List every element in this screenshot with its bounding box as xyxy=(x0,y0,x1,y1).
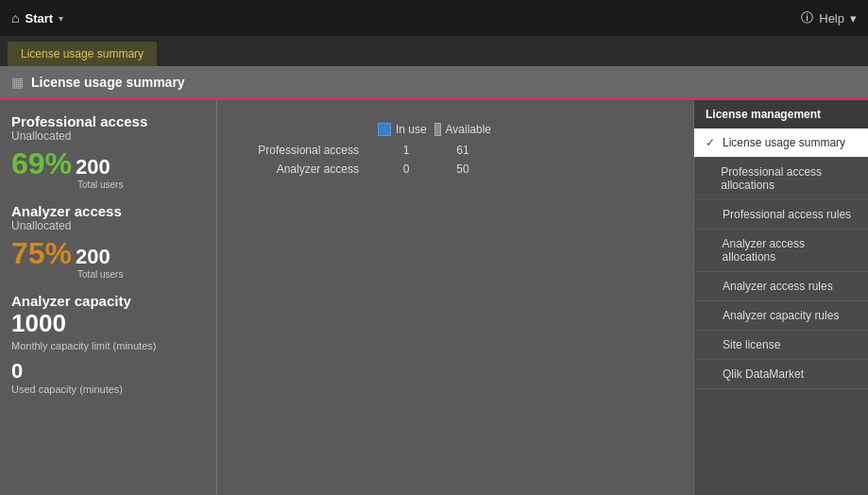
page-wrapper: ▦ License usage summary Professional acc… xyxy=(0,66,868,495)
available-col-header: Available xyxy=(434,123,491,136)
column-headers: In use Available xyxy=(378,123,674,136)
professional-row-inuse: 1 xyxy=(378,144,434,157)
license-management-sidebar: License management ✓ License usage summa… xyxy=(693,100,868,495)
analyzer-capacity-title: Analyzer capacity xyxy=(11,293,205,309)
table-row: Analyzer access 0 50 xyxy=(236,162,674,176)
professional-access-section: Professional access Unallocated 69% 200 … xyxy=(11,113,205,190)
left-panel: Professional access Unallocated 69% 200 … xyxy=(0,100,217,495)
page-header-icon: ▦ xyxy=(11,75,24,90)
analyzer-access-title: Analyzer access xyxy=(11,203,205,219)
professional-row-label: Professional access xyxy=(236,144,378,157)
help-label[interactable]: Help xyxy=(819,11,844,26)
sidebar-item-professional-access-allocations[interactable]: Professional access allocations xyxy=(694,158,868,200)
sidebar-item-qlik-datamarket[interactable]: Qlik DataMarket xyxy=(694,360,868,389)
sidebar-item-label: Analyzer access rules xyxy=(723,280,833,293)
nav-right: ⓘ Help ▾ xyxy=(801,9,857,26)
sidebar-item-label: Analyzer capacity rules xyxy=(723,309,839,322)
sidebar-item-site-license[interactable]: Site license xyxy=(694,331,868,360)
available-label: Available xyxy=(446,123,491,136)
analyzer-access-total-label: Total users xyxy=(77,269,123,280)
professional-access-title: Professional access xyxy=(11,113,205,129)
in-use-legend-box xyxy=(378,123,391,136)
analyzer-access-section: Analyzer access Unallocated 75% 200 Tota… xyxy=(11,203,205,280)
sidebar-item-analyzer-access-rules[interactable]: Analyzer access rules xyxy=(694,272,868,301)
professional-access-total-label: Total users xyxy=(77,179,123,190)
sidebar-title: License management xyxy=(694,100,868,128)
monthly-capacity-label: Monthly capacity limit (minutes) xyxy=(11,340,205,351)
page-header: ▦ License usage summary xyxy=(0,66,868,100)
sidebar-item-label: Qlik DataMarket xyxy=(723,367,804,381)
professional-row-available: 61 xyxy=(434,144,491,157)
help-circle-icon: ⓘ xyxy=(801,9,813,26)
sidebar-item-label: Professional access allocations xyxy=(721,165,857,192)
monthly-capacity-value: 1000 xyxy=(11,309,205,338)
sidebar-item-license-usage-summary[interactable]: ✓ License usage summary xyxy=(694,128,868,158)
used-capacity-label: Used capacity (minutes) xyxy=(11,384,205,395)
content-area: Professional access Unallocated 69% 200 … xyxy=(0,100,868,495)
table-row: Professional access 1 61 xyxy=(236,144,674,157)
page-title: License usage summary xyxy=(31,75,185,90)
analyzer-access-percent: 75% xyxy=(11,236,72,271)
professional-access-value-row: 69% 200 Total users xyxy=(11,146,205,190)
home-icon: ⌂ xyxy=(11,10,19,26)
available-legend-box xyxy=(434,123,441,136)
usage-table: In use Available Professional access 1 6… xyxy=(236,123,674,176)
professional-access-total-block: 200 Total users xyxy=(76,155,123,190)
sidebar-item-label: License usage summary xyxy=(723,136,845,149)
analyzer-row-label: Analyzer access xyxy=(236,162,378,176)
professional-access-subtitle: Unallocated xyxy=(11,129,205,143)
nav-left: ⌂ Start ▾ xyxy=(11,10,63,26)
sidebar-item-label: Site license xyxy=(723,338,780,351)
tab-license-usage-summary[interactable]: License usage summary xyxy=(8,42,157,66)
help-dropdown-arrow[interactable]: ▾ xyxy=(850,11,857,26)
center-panel: In use Available Professional access 1 6… xyxy=(217,100,693,495)
sidebar-item-professional-access-rules[interactable]: Professional access rules xyxy=(694,200,868,230)
analyzer-access-value-row: 75% 200 Total users xyxy=(11,236,205,280)
analyzer-access-count: 200 xyxy=(76,245,123,269)
sidebar-item-label: Professional access rules xyxy=(723,208,851,221)
analyzer-access-subtitle: Unallocated xyxy=(11,219,205,232)
sidebar-item-analyzer-access-allocations[interactable]: Analyzer access allocations xyxy=(694,230,868,272)
tab-bar: License usage summary xyxy=(0,36,868,66)
professional-access-count: 200 xyxy=(76,155,123,179)
start-dropdown-arrow[interactable]: ▾ xyxy=(59,13,63,24)
sidebar-item-label: Analyzer access allocations xyxy=(723,237,857,264)
in-use-label: In use xyxy=(396,123,427,136)
start-label[interactable]: Start xyxy=(25,11,53,26)
analyzer-access-total-block: 200 Total users xyxy=(76,245,123,280)
analyzer-row-inuse: 0 xyxy=(378,162,434,176)
top-navigation: ⌂ Start ▾ ⓘ Help ▾ xyxy=(0,0,868,36)
used-capacity-value: 0 xyxy=(11,359,205,384)
analyzer-row-available: 50 xyxy=(434,162,491,176)
check-icon: ✓ xyxy=(706,136,717,149)
analyzer-capacity-section: Analyzer capacity 1000 Monthly capacity … xyxy=(11,293,205,395)
professional-access-percent: 69% xyxy=(11,146,72,181)
sidebar-item-analyzer-capacity-rules[interactable]: Analyzer capacity rules xyxy=(694,301,868,331)
in-use-col-header: In use xyxy=(378,123,434,136)
